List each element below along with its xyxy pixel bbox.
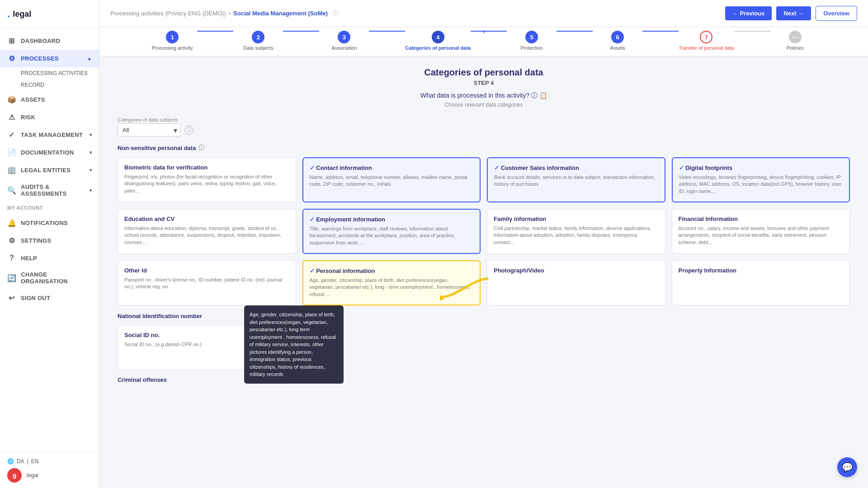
section-non-sensitive: Non-sensitive personal data ⓘ — [118, 144, 850, 152]
card-other-id[interactable]: Other Id Passport no., driver's license … — [118, 260, 296, 305]
expand-icon: ▲ — [87, 56, 92, 61]
filter-select[interactable]: All Employees Customers Partners — [118, 123, 181, 136]
doc-icon: 📄 — [7, 148, 16, 157]
sidebar-label-processes: PROCESSES — [21, 55, 59, 62]
next-button[interactable]: Next → — [776, 6, 811, 20]
card-family[interactable]: Family information Civil partnership, ma… — [487, 209, 665, 254]
sidebar-item-legal-entities[interactable]: 🏢 LEGAL ENTITIES ▾ — [0, 161, 99, 179]
breadcrumb-info-icon[interactable]: ⓘ — [332, 9, 338, 17]
overview-button[interactable]: Overview — [816, 6, 857, 21]
step-7-label: Transfer of personal data — [679, 45, 734, 51]
card-employment[interactable]: ✓ Employment information Title, warnings… — [302, 209, 481, 254]
page-title: Categories of personal data — [118, 67, 850, 78]
card-property-information[interactable]: Property Information — [672, 260, 850, 305]
risk-icon: ⚠ — [7, 113, 16, 122]
personal-information-tooltip: Age, gender, citizenship, place of birth… — [244, 305, 344, 384]
sidebar-label-settings: SETTINGS — [21, 237, 51, 244]
step-8[interactable]: ⋯ Policies — [770, 31, 820, 51]
card-contact[interactable]: ✓ Contact information Name, address, ema… — [302, 157, 481, 202]
settings-icon: ⚙ — [7, 236, 16, 245]
filter-label: Categories of data subjects — [118, 117, 193, 122]
sidebar-label-legal: LEGAL ENTITIES — [21, 167, 71, 174]
audits-expand-icon: ▾ — [90, 188, 92, 193]
step-3-label: Association — [331, 45, 357, 51]
cards-national-id: Social ID no. Social ID no., (e.g.danish… — [118, 325, 850, 370]
language-switcher[interactable]: 🌐 DA | EN — [7, 458, 92, 465]
step-line-5 — [557, 31, 593, 32]
step-7-circle: 7 — [700, 31, 712, 43]
sidebar-item-risk[interactable]: ⚠ RISK — [0, 108, 99, 126]
card-education-body: Information about education, diploma, tr… — [124, 225, 289, 246]
sidebar-item-task-management[interactable]: ✓ TASK MANAGEMENT ▾ — [0, 126, 99, 144]
step-5-circle: 5 — [525, 31, 538, 43]
step-1[interactable]: 1 Processing activity — [147, 31, 197, 51]
step-4[interactable]: 4 Categories of personal data — [405, 31, 471, 51]
sidebar-item-record[interactable]: RECORD — [0, 79, 99, 91]
legal-expand-icon: ▾ — [90, 168, 92, 173]
sidebar-item-sign-out[interactable]: ↩ SIGN OUT — [0, 289, 99, 307]
sidebar-item-assets[interactable]: 📦 ASSETS — [0, 91, 99, 108]
sidebar-item-processing-activities[interactable]: PROCESSING ACTIVITIES — [0, 67, 99, 79]
sidebar-label-dashboard: DASHBOARD — [21, 38, 60, 44]
main-content: Processing activities (Privacy ENG (DEMO… — [99, 0, 868, 488]
step-3-circle: 3 — [338, 31, 350, 43]
filter-info-button[interactable]: ⓘ — [184, 126, 193, 135]
lang-en[interactable]: EN — [31, 458, 39, 465]
sidebar-item-documentation[interactable]: 📄 DOCUMENTATION ▾ — [0, 144, 99, 161]
sidebar-item-dashboard[interactable]: ⊞ DASHBOARD — [0, 32, 99, 50]
cards-row-3: Other Id Passport no., driver's license … — [118, 260, 850, 305]
card-financial[interactable]: Financial Information Account no., salar… — [672, 209, 850, 254]
sidebar-label-help: HELP — [21, 255, 37, 262]
change-org-icon: 🔄 — [7, 274, 16, 282]
cards-row-1: Biometric data for verification Fingerpr… — [118, 157, 850, 202]
step-5[interactable]: 5 Protection — [507, 31, 557, 51]
step-line-7 — [734, 31, 770, 32]
sidebar-label-record: RECORD — [21, 82, 44, 88]
sign-out-icon: ↩ — [7, 294, 16, 302]
card-digital-footprints[interactable]: ✓ Digital footprints Video recordings, b… — [672, 157, 850, 202]
chat-button[interactable]: 💬 — [837, 457, 857, 477]
avatar-label: .legal — [25, 472, 38, 479]
processes-icon: ⚙ — [7, 54, 16, 63]
card-biometric-body: Fingerprint, iris, photos (for facial re… — [124, 174, 289, 194]
sidebar-item-audits[interactable]: 🔍 AUDITS & ASSESSMENTS ▾ — [0, 179, 99, 202]
card-personal-information-title: ✓ Personal information — [310, 267, 474, 274]
card-photograph-video-title: Photograph/Video — [494, 267, 659, 274]
card-digital-footprints-body: Video recordings, browser fingerprinting… — [679, 174, 843, 195]
sidebar-item-notifications[interactable]: 🔔 NOTIFICATIONS — [0, 214, 99, 232]
step-4-circle: 4 — [432, 31, 444, 43]
section-info-icon[interactable]: ⓘ — [198, 144, 204, 152]
card-education[interactable]: Education and CV Information about educa… — [118, 209, 296, 254]
filter-row: Categories of data subjects All Employee… — [118, 117, 850, 136]
card-customer-sales[interactable]: ✓ Customer Sales information Bank accoun… — [487, 157, 665, 202]
sidebar-label-change-org: CHANGE ORGANISATION — [21, 271, 92, 285]
step-2[interactable]: 2 Data subjects — [233, 31, 283, 51]
step-7[interactable]: 7 Transfer of personal data — [679, 31, 734, 51]
sidebar-item-processes[interactable]: ⚙ PROCESSES ▲ — [0, 50, 99, 67]
filter-select-wrapper[interactable]: All Employees Customers Partners — [118, 123, 181, 136]
sidebar-item-settings[interactable]: ⚙ SETTINGS — [0, 232, 99, 249]
card-biometric[interactable]: Biometric data for verification Fingerpr… — [118, 157, 296, 202]
page-hint: Choose relevant data categories — [118, 102, 850, 108]
breadcrumb-parent[interactable]: Processing activities (Privacy ENG (DEMO… — [110, 10, 226, 17]
avatar: g — [7, 468, 22, 483]
step-2-circle: 2 — [252, 31, 264, 43]
breadcrumb: Processing activities (Privacy ENG (DEMO… — [110, 9, 720, 17]
dashboard-icon: ⊞ — [7, 37, 16, 45]
chevron-down-icon: ▾ — [482, 28, 485, 35]
lang-da[interactable]: DA — [17, 458, 24, 465]
sidebar-item-help[interactable]: ? HELP — [0, 249, 99, 267]
card-personal-information-body: Age, gender, citizenship, place of birth… — [310, 277, 474, 298]
card-photograph-video[interactable]: Photograph/Video — [487, 260, 665, 305]
prev-button[interactable]: ← Previous — [725, 6, 772, 20]
sidebar: . legal ⊞ DASHBOARD ⚙ PROCESSES ▲ PROCES… — [0, 0, 99, 488]
step-6[interactable]: 6 Assets — [593, 31, 642, 51]
filter-label-wrapper: Categories of data subjects All Employee… — [118, 117, 193, 136]
step-3[interactable]: 3 Association — [319, 31, 369, 51]
sidebar-item-change-org[interactable]: 🔄 CHANGE ORGANISATION — [0, 267, 99, 289]
card-personal-information[interactable]: ✓ Personal information Age, gender, citi… — [302, 260, 481, 305]
sidebar-label-processing-activities: PROCESSING ACTIVITIES — [21, 70, 88, 76]
chat-icon: 💬 — [842, 462, 853, 473]
section-criminal: Criminal offenses — [118, 376, 850, 383]
section-non-sensitive-label: Non-sensitive personal data — [118, 145, 196, 151]
